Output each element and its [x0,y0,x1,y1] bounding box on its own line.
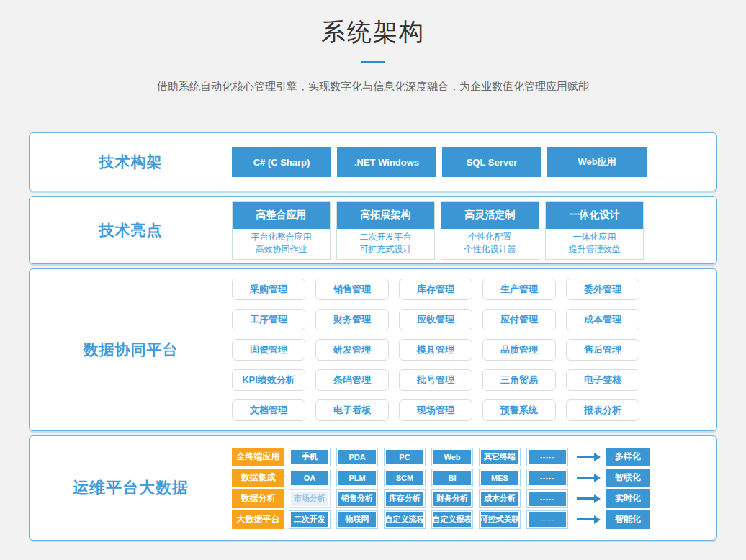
section-highlights-label: 技术亮点 [30,220,232,240]
platform-module-chip: 应付管理 [482,309,556,330]
tech-stack-buttons: C# (C Sharp).NET WindowsSQL ServerWeb应用 [232,147,652,177]
platform-module-chip: 生产管理 [482,279,556,300]
highlight-card-title: 高整合应用 [233,202,330,229]
platform-module-chip: 工序管理 [232,309,305,330]
platform-module-chip: 现场管理 [399,399,472,421]
platform-module-chip: 三角贸易 [482,369,556,391]
highlight-card: 高灵活定制个性化配置个性化设计器 [441,201,539,260]
platform-module-chip: 采购管理 [232,279,305,300]
bigdata-row: 数据分析市场分析销售分析库存分析财务分析成本分析-----实时化 [232,489,650,508]
bigdata-cell: 自定义报表 [431,510,473,529]
platform-module-chip: 库存管理 [399,279,472,300]
bigdata-category-chip: 大数据平台 [232,510,284,529]
highlight-card: 高拓展架构二次开发平台可扩充式设计 [336,201,435,260]
bigdata-cell: SCM [384,469,426,487]
highlight-card-line: 可扩充式设计 [337,243,434,256]
highlight-card-body: 平台化整合应用高效协同作业 [233,229,330,259]
bigdata-category-chip: 全终端应用 [232,448,284,466]
bigdata-cell: BI [431,469,473,487]
tech-stack-button: Web应用 [547,147,647,177]
tech-stack-button: SQL Server [442,147,541,177]
bigdata-cell: MES [479,469,521,487]
platform-module-chip: 条码管理 [315,369,389,391]
platform-module-chip: 成本管理 [566,309,639,330]
bigdata-cell: Web [431,448,473,466]
bigdata-cell: PLM [336,469,378,487]
highlight-card-line: 一体化应用 [546,231,643,243]
bigdata-result-chip: 智能化 [606,510,650,529]
platform-module-chip: 售后管理 [566,339,639,361]
bigdata-cell: 市场分析 [289,489,331,508]
bigdata-cell: 销售分析 [336,489,378,508]
section-bigdata-label: 运维平台大数据 [30,477,232,499]
system-architecture-page: 系统架构 借助系统自动化核心管理引擎，实现数字化与信息化深度融合，为企业数值化管… [0,0,746,560]
bigdata-cell: PC [384,448,426,466]
page-subtitle: 借助系统自动化核心管理引擎，实现数字化与信息化深度融合，为企业数值化管理应用赋能 [0,80,746,94]
section-highlights: 技术亮点 高整合应用平台化整合应用高效协同作业高拓展架构二次开发平台可扩充式设计… [29,196,717,264]
highlight-card-body: 二次开发平台可扩充式设计 [337,229,434,259]
bigdata-cell: 二次开发 [289,510,331,529]
bigdata-result-chip: 智联化 [606,469,650,487]
highlight-card-line: 二次开发平台 [337,231,434,243]
flow-arrow-icon [577,497,594,500]
platform-module-chip: 预警系统 [482,399,556,421]
section-boxes: 技术构架 C# (C Sharp).NET WindowsSQL ServerW… [0,132,746,541]
bigdata-cell: 库存分析 [384,489,426,508]
platform-module-chip: 研发管理 [315,339,389,361]
page-header: 系统架构 借助系统自动化核心管理引擎，实现数字化与信息化深度融合，为企业数值化管… [0,0,746,94]
platform-module-chip: 电子看板 [315,399,389,421]
highlight-card-line: 平台化整合应用 [233,231,330,243]
platform-module-chip: 文档管理 [232,399,305,421]
bigdata-cell: ----- [526,469,568,487]
bigdata-row: 数据集成OAPLMSCMBIMES-----智联化 [232,469,650,487]
bigdata-cell: ----- [526,448,568,466]
highlight-card-title: 一体化设计 [546,202,643,229]
highlight-card: 高整合应用平台化整合应用高效协同作业 [232,201,331,260]
section-platform-label: 数据协同平台 [30,340,232,360]
highlight-cards: 高整合应用平台化整合应用高效协同作业高拓展架构二次开发平台可扩充式设计高灵活定制… [232,201,650,260]
bigdata-cell: 成本分析 [479,489,521,508]
highlight-card: 一体化设计一体化应用提升管理效益 [545,201,644,260]
bigdata-cell: ----- [526,489,568,508]
platform-module-grid: 采购管理销售管理库存管理生产管理委外管理工序管理财务管理应收管理应付管理成本管理… [232,274,651,425]
bigdata-cell: 物联网 [336,510,378,529]
section-bigdata: 运维平台大数据 全终端应用手机PDAPCWeb其它终端-----多样化数据集成O… [29,435,717,541]
bigdata-cell: 财务分析 [431,489,473,508]
platform-module-chip: 批号管理 [399,369,472,391]
platform-module-chip: 电子签核 [566,369,639,391]
title-divider [361,61,385,63]
platform-module-chip: 报表分析 [566,399,639,421]
platform-module-chip: 销售管理 [315,279,389,300]
section-tech-stack-label: 技术构架 [30,152,232,172]
platform-module-chip: 应收管理 [399,309,472,330]
bigdata-cell: 其它终端 [479,448,521,466]
section-tech-stack: 技术构架 C# (C Sharp).NET WindowsSQL ServerW… [29,132,717,191]
bigdata-cell: 可控式关联 [479,510,521,529]
tech-stack-button: .NET Windows [337,147,436,177]
bigdata-cell: PDA [336,448,378,466]
section-platform: 数据协同平台 采购管理销售管理库存管理生产管理委外管理工序管理财务管理应收管理应… [29,268,717,431]
bigdata-category-chip: 数据集成 [232,469,284,487]
platform-module-chip: 委外管理 [566,279,639,300]
platform-module-chip: 财务管理 [315,309,389,330]
bigdata-cell: 手机 [289,448,331,466]
bigdata-rows: 全终端应用手机PDAPCWeb其它终端-----多样化数据集成OAPLMSCMB… [232,448,650,529]
flow-arrow-icon [577,477,594,479]
tech-stack-button: C# (C Sharp) [232,147,331,177]
highlight-card-line: 个性化配置 [441,231,539,243]
bigdata-cell: ----- [526,510,568,529]
highlight-card-body: 个性化配置个性化设计器 [441,229,539,259]
bigdata-result-chip: 实时化 [606,489,650,508]
bigdata-row: 大数据平台二次开发物联网自定义流程自定义报表可控式关联-----智能化 [232,510,650,529]
highlight-card-title: 高灵活定制 [441,202,539,229]
bigdata-result-chip: 多样化 [606,448,650,466]
highlight-card-title: 高拓展架构 [337,202,434,229]
platform-module-chip: 模具管理 [399,339,472,361]
highlight-card-body: 一体化应用提升管理效益 [546,229,643,259]
bigdata-cell: 自定义流程 [384,510,426,529]
bigdata-cell: OA [289,469,331,487]
bigdata-category-chip: 数据分析 [232,489,284,508]
highlight-card-line: 高效协同作业 [233,243,330,256]
bigdata-row: 全终端应用手机PDAPCWeb其它终端-----多样化 [232,448,650,466]
highlight-card-line: 提升管理效益 [546,243,643,256]
